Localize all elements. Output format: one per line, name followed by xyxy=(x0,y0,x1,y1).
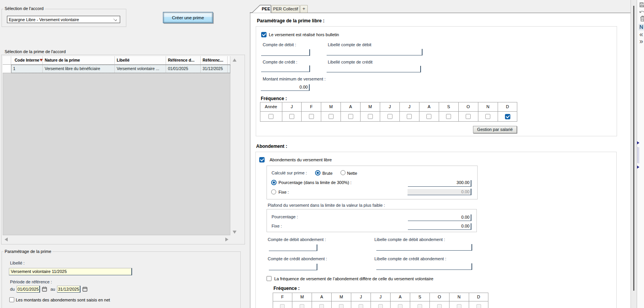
svg-text:PEE: PEE xyxy=(262,7,270,11)
